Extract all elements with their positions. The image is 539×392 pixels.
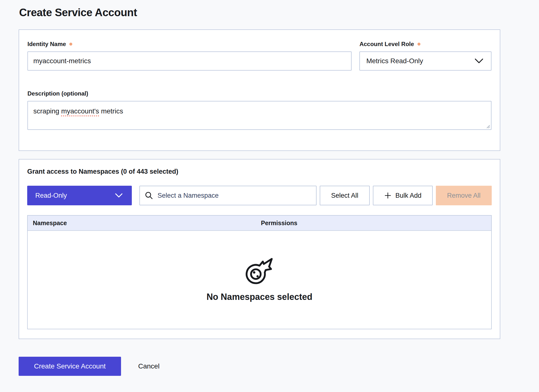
column-header-permissions: Permissions bbox=[261, 220, 297, 227]
namespaces-table: Namespace Permissions No Namespaces sele… bbox=[27, 215, 492, 329]
account-level-role-label-text: Account Level Role bbox=[359, 41, 414, 48]
identity-name-input[interactable] bbox=[27, 51, 352, 71]
description-row: Description (optional) scraping myaccoun… bbox=[27, 90, 491, 130]
cancel-button[interactable]: Cancel bbox=[137, 362, 161, 370]
namespaces-toolbar: Read-Only Select All Bulk Add bbox=[27, 186, 492, 205]
description-textarea[interactable]: scraping myaccount's metrics bbox=[27, 101, 491, 130]
account-level-role-value: Metrics Read-Only bbox=[366, 57, 423, 65]
search-icon bbox=[145, 191, 153, 200]
remove-all-button[interactable]: Remove All bbox=[436, 186, 492, 205]
account-level-role-select[interactable]: Metrics Read-Only bbox=[359, 51, 491, 71]
create-service-account-page: Create Service Account Identity Name Acc… bbox=[0, 0, 539, 376]
bulk-add-button[interactable]: Bulk Add bbox=[373, 186, 433, 205]
account-level-role-label: Account Level Role bbox=[359, 41, 491, 48]
chevron-down-icon bbox=[115, 193, 122, 198]
create-service-account-button[interactable]: Create Service Account bbox=[19, 357, 121, 376]
namespace-search-box[interactable] bbox=[139, 186, 317, 205]
namespaces-section-title: Grant access to Namespaces (0 of 443 sel… bbox=[27, 168, 492, 175]
account-level-role-field: Account Level Role Metrics Read-Only bbox=[359, 41, 491, 71]
description-label: Description (optional) bbox=[27, 90, 491, 97]
column-header-namespace: Namespace bbox=[28, 220, 261, 227]
form-actions: Create Service Account Cancel bbox=[19, 357, 539, 376]
remove-all-label: Remove All bbox=[447, 192, 481, 199]
chevron-down-icon bbox=[475, 59, 483, 63]
misspelled-word: myaccount's bbox=[61, 107, 99, 115]
resize-grip-icon[interactable] bbox=[486, 124, 490, 129]
role-filter-value: Read-Only bbox=[35, 192, 67, 199]
select-all-label: Select All bbox=[331, 192, 358, 199]
namespaces-table-header: Namespace Permissions bbox=[28, 216, 491, 231]
comet-icon bbox=[245, 257, 274, 285]
bulk-add-label: Bulk Add bbox=[395, 192, 422, 199]
identity-name-label-text: Identity Name bbox=[27, 41, 66, 48]
identity-name-label: Identity Name bbox=[27, 41, 352, 48]
required-dot bbox=[417, 43, 420, 46]
namespace-search-input[interactable] bbox=[157, 192, 312, 200]
identity-row: Identity Name Account Level Role Metrics… bbox=[27, 41, 491, 71]
description-field: Description (optional) scraping myaccoun… bbox=[27, 90, 491, 130]
namespaces-card: Grant access to Namespaces (0 of 443 sel… bbox=[19, 159, 500, 339]
namespaces-table-body: No Namespaces selected bbox=[28, 231, 491, 329]
required-dot bbox=[69, 43, 72, 46]
empty-state-message: No Namespaces selected bbox=[207, 292, 312, 302]
identity-card: Identity Name Account Level Role Metrics… bbox=[19, 29, 500, 151]
description-label-text: Description (optional) bbox=[27, 90, 88, 97]
role-filter-dropdown[interactable]: Read-Only bbox=[27, 186, 132, 205]
select-all-button[interactable]: Select All bbox=[320, 186, 370, 205]
plus-icon bbox=[384, 192, 392, 199]
description-text: scraping myaccount's metrics bbox=[33, 107, 123, 115]
identity-name-field: Identity Name bbox=[27, 41, 352, 71]
page-title: Create Service Account bbox=[19, 6, 539, 19]
